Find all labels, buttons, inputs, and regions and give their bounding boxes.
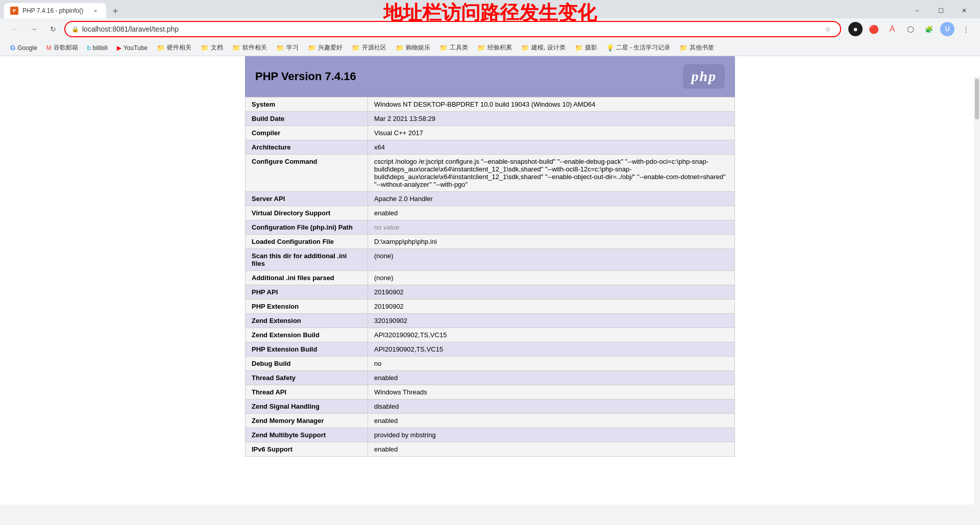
folder-icon: 📁 <box>439 44 448 52</box>
folder-icon: 📁 <box>201 44 209 52</box>
table-row: Zend Extension BuildAPI320190902,TS,VC15 <box>246 328 735 342</box>
phpinfo-value: API20190902,TS,VC15 <box>368 342 735 357</box>
bookmark-experience[interactable]: 📁 经验积累 <box>473 41 516 54</box>
tab-close-button[interactable]: × <box>91 6 100 15</box>
phpinfo-key: Zend Extension <box>246 314 368 328</box>
bookmark-label: YouTube <box>124 44 148 52</box>
close-button[interactable]: ✕ <box>952 3 976 18</box>
phpinfo-value: enabled <box>368 414 735 428</box>
bookmark-google[interactable]: G Google <box>6 42 41 54</box>
table-row: Build DateMar 2 2021 13:58:29 <box>246 112 735 126</box>
tabs-bar: P PHP 7.4.16 - phpinfo() × + − ☐ ✕ <box>0 0 980 18</box>
table-row: Zend Multibyte Supportprovided by mbstri… <box>246 428 735 442</box>
extension-icon-2[interactable]: A <box>884 21 900 37</box>
bookmark-photography[interactable]: 📁 摄影 <box>571 41 601 54</box>
phpinfo-key: Thread Safety <box>246 371 368 385</box>
phpinfo-value: Mar 2 2021 13:58:29 <box>368 112 735 126</box>
google-icon: G <box>10 44 15 52</box>
scrollbar[interactable] <box>974 77 980 505</box>
recording-icon[interactable]: ⏺ <box>847 21 864 37</box>
table-row: IPv6 Supportenabled <box>246 442 735 457</box>
table-row: PHP Extension20190902 <box>246 299 735 314</box>
table-row: Zend Memory Managerenabled <box>246 414 735 428</box>
bookmark-label: 硬件相关 <box>167 43 191 52</box>
bookmark-learning[interactable]: 📁 学习 <box>272 41 303 54</box>
bookmark-label: 开源社区 <box>362 43 386 52</box>
bookmark-other[interactable]: 📁 其他书签 <box>675 41 718 54</box>
active-tab[interactable]: P PHP 7.4.16 - phpinfo() × <box>4 3 106 18</box>
table-row: PHP Extension BuildAPI20190902,TS,VC15 <box>246 342 735 357</box>
phpinfo-value: enabled <box>368 371 735 385</box>
bookmark-opensource[interactable]: 📁 开源社区 <box>348 41 390 54</box>
phpinfo-key: Zend Extension Build <box>246 328 368 342</box>
bookmark-life[interactable]: 💡 二星 - 生活学习记录 <box>602 41 675 54</box>
phpinfo-key: Zend Multibyte Support <box>246 428 368 442</box>
tab-title: PHP 7.4.16 - phpinfo() <box>22 7 87 14</box>
folder-icon: 📁 <box>396 44 404 52</box>
youtube-icon: ▶ <box>117 44 121 52</box>
folder-icon: 📁 <box>521 44 529 52</box>
table-row: Virtual Directory Supportenabled <box>246 206 735 220</box>
phpinfo-key: Zend Signal Handling <box>246 399 368 414</box>
bookmark-software[interactable]: 📁 软件相关 <box>228 41 271 54</box>
nav-bar: ← → ↻ 🔒 ☆ ⏺ 🔴 A ⬡ 🧩 U ⋮ <box>0 18 980 40</box>
bookmark-label: 购物娱乐 <box>406 43 430 52</box>
gmail-icon: M <box>46 44 52 52</box>
php-logo-text: php <box>691 68 717 85</box>
bookmark-label: 二星 - 生活学习记录 <box>616 43 671 52</box>
phpinfo-key: PHP API <box>246 285 368 299</box>
phpinfo-value: cscript /nologo /e:jscript configure.js … <box>368 155 735 192</box>
bookmark-hobbies[interactable]: 📁 兴趣爱好 <box>304 41 347 54</box>
phpinfo-value: Windows NT DESKTOP-BBPDRET 10.0 build 19… <box>368 97 735 112</box>
bookmark-hardware[interactable]: 📁 硬件相关 <box>153 41 195 54</box>
browser-chrome: P PHP 7.4.16 - phpinfo() × + − ☐ ✕ ← → ↻… <box>0 0 980 56</box>
phpinfo-value: 20190902 <box>368 285 735 299</box>
bookmark-label: Google <box>17 44 37 52</box>
phpinfo-key: Loaded Configuration File <box>246 235 368 249</box>
main-content: PHP Version 7.4.16 php SystemWindows NT … <box>0 56 980 505</box>
folder-icon: 📁 <box>157 44 165 52</box>
phpinfo-value: Apache 2.0 Handler <box>368 192 735 206</box>
bookmark-design[interactable]: 📁 建模, 设计类 <box>517 41 570 54</box>
address-bar[interactable]: 🔒 ☆ <box>64 21 841 37</box>
phpinfo-value: Visual C++ 2017 <box>368 126 735 140</box>
scrollbar-thumb[interactable] <box>975 79 979 119</box>
bookmark-gmail[interactable]: M 谷歌邮箱 <box>42 41 82 54</box>
bookmark-label: 建模, 设计类 <box>531 43 566 52</box>
new-tab-button[interactable]: + <box>108 4 122 18</box>
extension-icon-1[interactable]: 🔴 <box>866 21 882 37</box>
bookmark-docs[interactable]: 📁 文档 <box>197 41 227 54</box>
phpinfo-key: Architecture <box>246 140 368 155</box>
menu-button[interactable]: ⋮ <box>958 21 974 37</box>
phpinfo-key: Scan this dir for additional .ini files <box>246 249 368 271</box>
folder-icon: 📁 <box>679 44 688 52</box>
phpinfo-key: Server API <box>246 192 368 206</box>
table-row: Zend Extension320190902 <box>246 314 735 328</box>
extensions-button[interactable]: 🧩 <box>921 21 937 37</box>
bookmark-label: 摄影 <box>585 43 597 52</box>
maximize-button[interactable]: ☐ <box>929 3 952 18</box>
bookmark-star-icon[interactable]: ☆ <box>822 23 834 35</box>
forward-button[interactable]: → <box>26 21 42 37</box>
bookmark-shopping[interactable]: 📁 购物娱乐 <box>391 41 434 54</box>
table-row: Additional .ini files parsed(none) <box>246 271 735 285</box>
bookmark-label: 工具类 <box>450 43 468 52</box>
table-row: Loaded Configuration FileD:\xampp\php\ph… <box>246 235 735 249</box>
minimize-button[interactable]: − <box>905 3 929 18</box>
table-row: Configure Commandcscript /nologo /e:jscr… <box>246 155 735 192</box>
back-button[interactable]: ← <box>6 21 22 37</box>
reload-button[interactable]: ↻ <box>45 21 61 37</box>
extension-icon-3[interactable]: ⬡ <box>902 21 919 37</box>
phpinfo-value: (none) <box>368 249 735 271</box>
address-input[interactable] <box>82 25 819 33</box>
bookmark-label: 其他书签 <box>690 43 714 52</box>
php-logo: php <box>683 64 725 89</box>
table-row: CompilerVisual C++ 2017 <box>246 126 735 140</box>
bookmark-bilibili[interactable]: b bilibili <box>83 42 112 54</box>
phpinfo-value: provided by mbstring <box>368 428 735 442</box>
profile-button[interactable]: U <box>939 21 955 37</box>
phpinfo-value: API320190902,TS,VC15 <box>368 328 735 342</box>
phpinfo-key: PHP Extension Build <box>246 342 368 357</box>
bookmark-youtube[interactable]: ▶ YouTube <box>113 42 152 54</box>
bookmark-tools[interactable]: 📁 工具类 <box>435 41 472 54</box>
